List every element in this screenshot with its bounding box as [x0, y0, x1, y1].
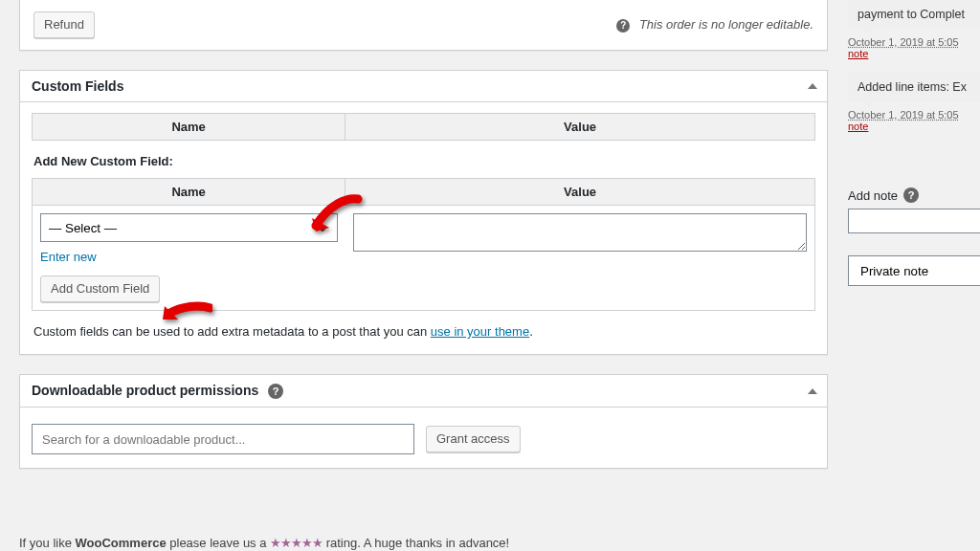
custom-field-value-textarea[interactable] [353, 213, 807, 252]
new-cf-name-header: Name [33, 179, 345, 206]
rating-stars-link[interactable]: ★★★★★ [270, 536, 323, 550]
add-note-label: Add note ? [848, 187, 980, 203]
order-not-editable-notice: ? This order is no longer editable. [616, 17, 813, 33]
cf-name-header: Name [33, 114, 345, 141]
grant-access-button[interactable]: Grant access [426, 426, 521, 452]
order-note-timestamp: October 1, 2019 at 5:05 [848, 109, 959, 121]
dpp-title: Downloadable product permissions [32, 383, 258, 398]
note-type-select[interactable]: Private note [848, 255, 980, 286]
order-note: payment to Complet [848, 0, 980, 29]
add-note-textarea[interactable] [848, 209, 980, 233]
use-in-theme-link[interactable]: use in your theme [431, 324, 529, 339]
refund-button[interactable]: Refund [33, 11, 95, 38]
order-note-text: payment to Complet [858, 8, 965, 21]
downloadable-permissions-panel: Downloadable product permissions ? Grant… [19, 374, 828, 469]
custom-fields-panel: Custom Fields Name Value Add New Custom … [19, 70, 828, 355]
cf-value-header: Value [345, 114, 815, 141]
order-note-text: Added line items: Ex [858, 80, 967, 94]
delete-note-link[interactable]: note [848, 48, 868, 59]
custom-fields-heading[interactable]: Custom Fields [20, 71, 827, 102]
delete-note-link[interactable]: note [848, 121, 868, 132]
dpp-heading[interactable]: Downloadable product permissions ? [20, 375, 827, 408]
enter-new-link[interactable]: Enter new [40, 250, 97, 264]
order-actions-bar: Refund ? This order is no longer editabl… [19, 0, 828, 51]
order-not-editable-text: This order is no longer editable. [639, 17, 813, 32]
custom-field-key-select[interactable]: — Select — [40, 213, 338, 242]
footer-product: WooCommerce [76, 536, 167, 550]
help-icon[interactable]: ? [268, 384, 283, 399]
info-icon: ? [616, 19, 630, 33]
add-new-custom-field-label: Add New Custom Field: [33, 154, 813, 168]
custom-fields-existing-table: Name Value [32, 113, 815, 141]
panel-toggle-icon[interactable] [808, 83, 817, 89]
order-note: Added line items: Ex [848, 73, 980, 101]
add-custom-field-button[interactable]: Add Custom Field [40, 276, 160, 302]
new-cf-value-header: Value [345, 179, 815, 206]
order-note-timestamp: October 1, 2019 at 5:05 [848, 36, 959, 48]
footer-rating: If you like WooCommerce please leave us … [19, 536, 509, 550]
custom-fields-title: Custom Fields [32, 78, 123, 94]
order-notes-sidebar: payment to Complet October 1, 2019 at 5:… [848, 0, 980, 286]
downloadable-product-search-input[interactable] [32, 424, 414, 454]
help-icon[interactable]: ? [903, 187, 919, 203]
custom-fields-new-table: Name Value — Select — Enter new Add Cust… [32, 178, 815, 311]
panel-toggle-icon[interactable] [808, 388, 817, 394]
custom-fields-description: Custom fields can be used to add extra m… [33, 324, 813, 339]
